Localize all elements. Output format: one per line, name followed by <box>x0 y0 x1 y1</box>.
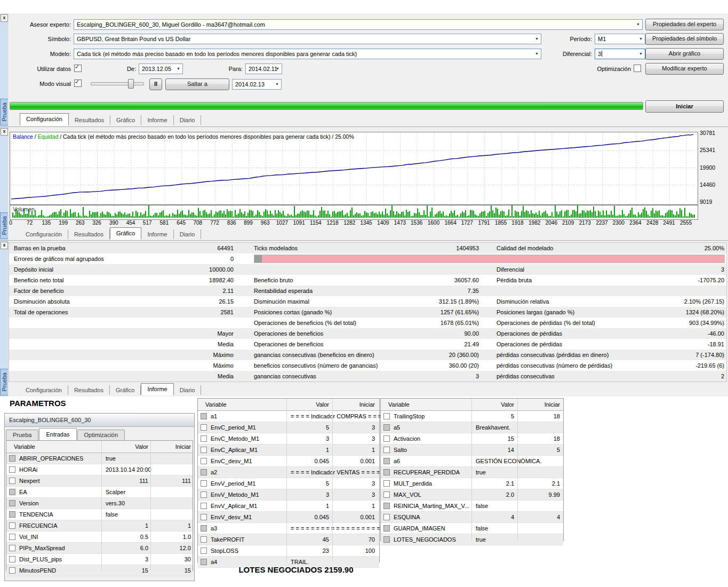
tab-diario[interactable]: Diario <box>174 115 202 125</box>
param-checkbox[interactable] <box>9 556 15 562</box>
param-checkbox[interactable] <box>201 424 207 431</box>
param-checkbox[interactable] <box>383 514 390 520</box>
visual-mode-checkbox[interactable]: ✓ <box>74 80 82 87</box>
expert-combo[interactable]: Escalping_BOLINGER_600_30, Miguel Gordil… <box>74 19 643 30</box>
from-date-combo[interactable]: 2013.12.05▼ <box>139 64 183 74</box>
to-date-combo[interactable]: 2014.02.11▼ <box>245 64 282 74</box>
start-button[interactable]: Iniciar <box>645 100 724 113</box>
settings-tab-optimizacin[interactable]: Optimización <box>77 430 125 440</box>
param-row: RECUPERAR_PERDIDAtrue <box>381 467 563 478</box>
symbol-combo[interactable]: GBPUSD, Great Britain Pound vs US Dollar… <box>74 34 541 44</box>
param-checkbox[interactable] <box>9 522 15 529</box>
param-checkbox[interactable] <box>201 536 207 543</box>
tab-informe[interactable]: Informe <box>141 115 173 125</box>
param-checkbox[interactable] <box>9 466 15 473</box>
report-cell: beneficios consecutivos (número de ganan… <box>254 360 378 371</box>
param-checkbox <box>201 525 207 532</box>
slider-thumb[interactable] <box>128 79 134 89</box>
tab-configuracin[interactable]: Configuración <box>20 113 69 125</box>
param-checkbox[interactable] <box>383 491 390 498</box>
chevron-down-icon[interactable]: ▼ <box>177 64 180 74</box>
param-name: EnvV_Aplicar_M1 <box>211 501 257 511</box>
skip-to-button[interactable]: Saltar a <box>165 78 229 90</box>
settings-tab-prueba[interactable]: Prueba <box>6 430 38 440</box>
visual-speed-slider[interactable] <box>91 82 144 85</box>
param-checkbox[interactable] <box>9 478 15 484</box>
tab-diario[interactable]: Diario <box>174 385 202 395</box>
param-checkbox[interactable] <box>201 435 207 442</box>
to-date-value: 2014.02.11 <box>249 66 277 72</box>
report-cell: Operaciones de beneficios (% del total) <box>254 318 356 328</box>
param-checkbox[interactable] <box>201 491 207 498</box>
param-checkbox <box>383 536 390 543</box>
chevron-down-icon[interactable]: ▼ <box>275 80 279 89</box>
param-checkbox[interactable] <box>383 447 390 453</box>
symbol-properties-button[interactable]: Propiedades del símbolo <box>645 33 724 45</box>
param-row: ABRIR_OPERACIONEStrue <box>6 453 193 464</box>
param-checkbox[interactable] <box>9 545 15 551</box>
param-name: Salto <box>394 445 407 455</box>
tester-side-tab[interactable]: Prueba <box>0 212 8 239</box>
period-combo[interactable]: M1▼ <box>595 34 645 44</box>
x-axis-tick: 72 <box>22 220 38 226</box>
tab-resultados[interactable]: Resultados <box>69 115 110 125</box>
skip-date-combo[interactable]: 2014.02.13▼ <box>232 79 282 90</box>
report-cell: Mayor <box>142 328 234 339</box>
param-checkbox[interactable] <box>383 413 390 419</box>
chevron-down-icon[interactable]: ▼ <box>276 64 279 74</box>
open-chart-button[interactable]: Abrir gráfico <box>645 48 724 60</box>
y-axis-tick: 9019 <box>700 199 724 205</box>
tab-diario[interactable]: Diario <box>174 229 202 239</box>
chevron-down-icon[interactable]: ▼ <box>535 34 539 44</box>
chevron-down-icon[interactable]: ▼ <box>535 49 539 59</box>
param-name: EnvC_Metodo_M1 <box>211 433 259 444</box>
report-cell: 903 (34.99%) <box>627 318 724 328</box>
tab-informe[interactable]: Informe <box>141 383 173 395</box>
param-checkbox[interactable] <box>9 567 15 574</box>
param-checkbox[interactable] <box>201 514 207 520</box>
expert-settings-panel: Escalping_BOLINGER_600_30 PruebaEntradas… <box>4 413 195 581</box>
tester-side-tab[interactable]: Prueba <box>0 99 8 125</box>
model-combo[interactable]: Cada tick (el método más preciso basado … <box>74 49 541 59</box>
tab-configuracin[interactable]: Configuración <box>20 385 68 395</box>
tab-resultados[interactable]: Resultados <box>68 229 110 239</box>
close-icon[interactable]: x <box>1 128 8 136</box>
report-cell: 1324 (68.20%) <box>627 307 724 318</box>
param-checkbox[interactable] <box>201 503 207 509</box>
tab-grfico[interactable]: Gráfico <box>110 385 141 395</box>
chevron-down-icon[interactable]: ▼ <box>636 20 640 29</box>
tab-resultados[interactable]: Resultados <box>68 385 110 395</box>
tab-grfico[interactable]: Gráfico <box>110 115 141 125</box>
param-checkbox[interactable] <box>383 435 390 442</box>
param-value: false <box>476 501 488 511</box>
param-start-value: 3 <box>334 489 375 500</box>
x-axis-tick: 1218 <box>325 220 341 226</box>
expert-properties-button[interactable]: Propiedades del experto <box>645 19 724 30</box>
param-checkbox[interactable] <box>201 447 207 453</box>
param-checkbox[interactable] <box>383 480 390 487</box>
close-icon[interactable]: x <box>1 242 8 249</box>
col-iniciar: Iniciar <box>519 399 560 410</box>
modify-expert-button[interactable]: Modificar experto <box>645 63 724 75</box>
optimization-checkbox[interactable] <box>634 65 641 72</box>
expert-label: Asesor experto: <box>0 20 71 29</box>
tab-informe[interactable]: Informe <box>141 229 173 239</box>
report-cell: Pérdida bruta <box>497 275 532 285</box>
chevron-down-icon[interactable]: ▼ <box>639 49 643 59</box>
report-cell: 26.15 <box>142 296 234 307</box>
use-dates-checkbox[interactable]: ✓ <box>74 65 82 72</box>
param-checkbox <box>9 455 15 462</box>
pause-button[interactable]: II <box>149 78 162 90</box>
tab-configuracin[interactable]: Configuración <box>20 229 68 239</box>
chevron-down-icon[interactable]: ▼ <box>639 34 643 44</box>
report-row: Operaciones de beneficios (% del total)1… <box>9 318 726 328</box>
tester-side-tab[interactable]: Prueba <box>0 369 8 395</box>
spread-input[interactable]: 3▼ <box>595 49 645 59</box>
tab-grfico[interactable]: Gráfico <box>110 227 141 240</box>
param-row: EnvC_period_M153 <box>198 422 379 433</box>
param-checkbox[interactable] <box>201 458 207 464</box>
settings-tab-entradas[interactable]: Entradas <box>39 428 76 440</box>
param-checkbox[interactable] <box>201 548 207 554</box>
param-checkbox[interactable] <box>201 480 207 487</box>
param-checkbox[interactable] <box>9 534 15 540</box>
